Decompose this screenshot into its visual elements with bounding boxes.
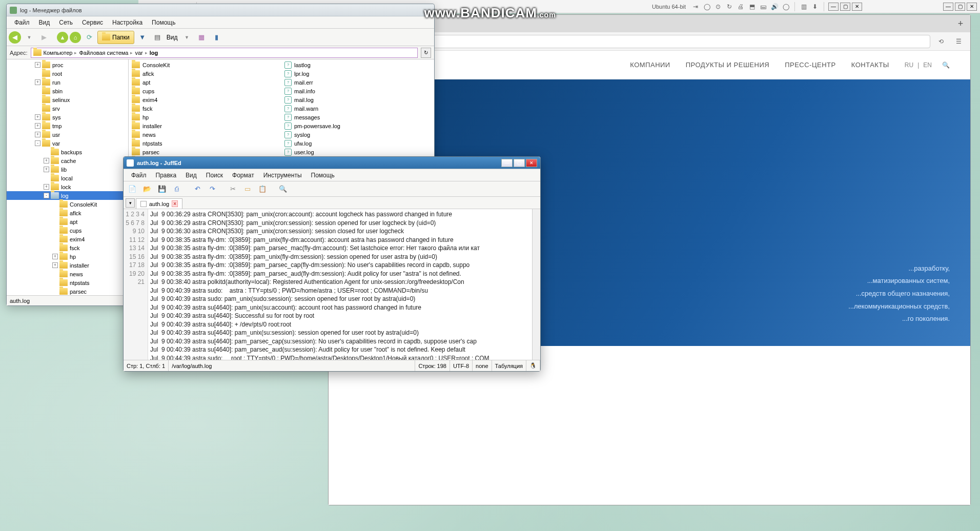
tree-item[interactable]: ConsoleKit (7, 200, 128, 209)
tree-item[interactable]: news (7, 270, 128, 278)
device-icon-9[interactable]: ◯ (781, 2, 790, 11)
file-item[interactable]: cups (131, 87, 279, 95)
tree-item[interactable]: srv (7, 104, 128, 113)
device-icon-1[interactable]: ⇥ (691, 2, 700, 11)
new-tab-button[interactable]: + (954, 17, 967, 30)
tree-item[interactable]: selinux (7, 95, 128, 104)
file-item[interactable]: installer (131, 121, 279, 130)
file-item[interactable]: ?mail.err (283, 78, 432, 87)
tree-item[interactable]: +installer (7, 261, 128, 270)
save-icon[interactable]: 💾 (155, 182, 169, 196)
save-all-icon[interactable]: ⎙ (170, 182, 183, 196)
tree-item[interactable]: sbin (7, 87, 128, 95)
search-icon[interactable]: 🔍 (942, 62, 950, 69)
inner-close-button[interactable]: ✕ (852, 3, 862, 11)
status-tabs[interactable]: Табуляция (492, 360, 526, 371)
tree-item[interactable]: ntpstats (7, 278, 128, 287)
tab-list-dropdown[interactable]: ▾ (126, 198, 135, 208)
nav-link[interactable]: ПРЕСС-ЦЕНТР (785, 61, 836, 69)
up-button[interactable]: ▲ (57, 32, 68, 43)
device-icon-10[interactable]: ▥ (799, 2, 808, 11)
tree-item[interactable]: +usr (7, 130, 128, 139)
menu-item[interactable]: Сеть (54, 17, 77, 28)
device-icon-2[interactable]: ◯ (702, 2, 711, 11)
scrollbar[interactable] (532, 209, 540, 360)
file-item[interactable]: ?lpr.log (283, 69, 432, 78)
menu-item[interactable]: Сервис (77, 17, 108, 28)
device-icon-4[interactable]: ↻ (725, 2, 734, 11)
file-item[interactable]: ?pm-powersave.log (283, 121, 432, 130)
tab-close-icon[interactable]: × (172, 200, 178, 207)
crumb-current[interactable]: log (150, 50, 158, 56)
ed-tab[interactable]: auth.log × (136, 198, 182, 209)
new-file-icon[interactable]: 📄 (126, 182, 139, 196)
file-item[interactable]: hp (131, 113, 279, 121)
menu-item[interactable]: Правка (151, 170, 181, 180)
file-item[interactable]: ?user.log (283, 148, 432, 156)
tree-item[interactable]: backups (7, 148, 128, 156)
go-button[interactable]: ↻ (421, 48, 431, 58)
status-eol[interactable]: none (473, 360, 492, 371)
outer-max-button[interactable]: ▢ (955, 3, 965, 11)
folders-toggle[interactable]: Папки (97, 31, 134, 44)
tree-item[interactable]: +cache (7, 156, 128, 165)
tree-item[interactable]: +run (7, 78, 128, 87)
menu-item[interactable]: Файл (10, 17, 34, 28)
crumb[interactable]: Компьютер (44, 50, 73, 56)
filter-icon[interactable]: ▼ (136, 31, 149, 44)
view-dropdown-icon[interactable]: ▼ (180, 31, 193, 44)
cut-icon[interactable]: ✂ (226, 182, 239, 196)
device-icon-7[interactable]: 🖴 (759, 2, 768, 11)
file-item[interactable]: ?mail.warn (283, 104, 432, 113)
device-icon-3[interactable]: ⊙ (713, 2, 723, 11)
find-icon[interactable]: 🔍 (276, 182, 290, 196)
tree-item[interactable]: +lib (7, 165, 128, 174)
menu-item[interactable]: Формат (228, 170, 259, 180)
breadcrumb[interactable]: Компьютер▸ Файловая система▸ var▸ log (31, 48, 418, 58)
file-item[interactable]: ?ufw.log (283, 139, 432, 148)
paste-icon[interactable]: 📋 (256, 182, 269, 196)
back-button[interactable]: ◀ (9, 31, 21, 44)
crumb[interactable]: Файловая система (79, 50, 128, 56)
menu-item[interactable]: Помощь (147, 17, 180, 28)
file-item[interactable]: parsec (131, 148, 279, 156)
tree-item[interactable]: root (7, 69, 128, 78)
ed-titlebar[interactable]: auth.log - JuffEd — ▢ ✕ (124, 157, 540, 169)
nav-link[interactable]: ПРОДУКТЫ И РЕШЕНИЯ (686, 61, 769, 69)
file-item[interactable]: ConsoleKit (131, 60, 279, 69)
device-icon-6[interactable]: ⬒ (747, 2, 757, 11)
file-item[interactable]: aflck (131, 69, 279, 78)
nav-link[interactable]: КОНТАКТЫ (851, 61, 889, 69)
open-file-icon[interactable]: 📂 (140, 182, 154, 196)
outer-min-button[interactable]: — (943, 3, 953, 11)
hamburger-icon[interactable]: ☰ (952, 35, 965, 48)
undo-icon[interactable]: ↶ (191, 182, 204, 196)
folder-tree[interactable]: +procroot+runsbinselinuxsrv+sys+tmp+usr-… (7, 59, 129, 295)
menu-item[interactable]: Настройка (108, 17, 147, 28)
menu-item[interactable]: Файл (127, 170, 151, 180)
menu-item[interactable]: Вид (34, 17, 55, 28)
tool-icon-1[interactable]: ▦ (195, 31, 208, 44)
file-item[interactable]: ?syslog (283, 130, 432, 139)
fm-titlebar[interactable]: log - Менеджер файлов (7, 4, 434, 16)
tree-item[interactable]: +hp (7, 252, 128, 261)
copy-icon[interactable]: ▭ (241, 182, 254, 196)
crumb[interactable]: var (135, 50, 142, 56)
file-item[interactable]: ntpstats (131, 139, 279, 148)
tree-item[interactable]: aflck (7, 209, 128, 217)
view-label[interactable]: Вид (166, 34, 179, 41)
ed-min-button[interactable]: — (501, 159, 513, 167)
tree-item[interactable]: fsck (7, 243, 128, 252)
view-icon[interactable]: ▤ (151, 31, 164, 44)
back-dropdown-icon[interactable]: ▼ (23, 31, 36, 44)
tree-item[interactable]: exim4 (7, 235, 128, 243)
tool-icon-2[interactable]: ▮ (210, 31, 223, 44)
redo-icon[interactable]: ↷ (206, 182, 219, 196)
file-item[interactable]: news (131, 130, 279, 139)
tree-item[interactable]: +tmp (7, 121, 128, 130)
tree-item[interactable]: +lock (7, 182, 128, 191)
tree-item[interactable]: -var (7, 139, 128, 148)
lang-en[interactable]: EN (923, 62, 932, 69)
code-area[interactable]: Jul 9 00:36:29 astra CRON[3530]: pam_uni… (148, 209, 532, 360)
menu-item[interactable]: Поиск (201, 170, 228, 180)
